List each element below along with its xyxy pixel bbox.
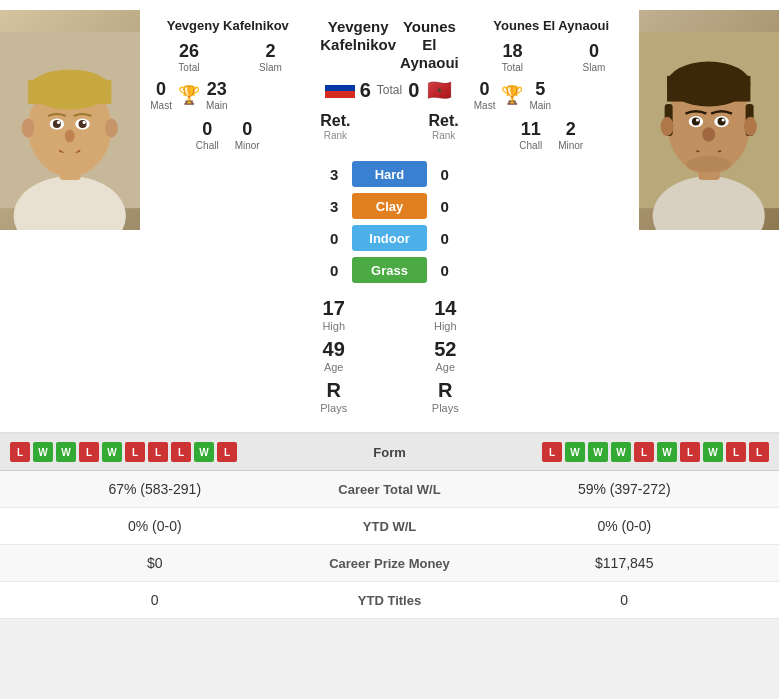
- svg-point-29: [717, 118, 725, 126]
- indoor-left-val: 0: [320, 230, 348, 247]
- right-minor-value: 2: [558, 119, 583, 140]
- right-slam-item: 0 Slam: [559, 41, 629, 73]
- right-chall-value: 11: [519, 119, 542, 140]
- right-slam-label: Slam: [559, 62, 629, 73]
- right-player-stats-grid: 18 Total 0 Slam 0 Mast 🏆 5 Main: [474, 41, 629, 151]
- right-high-stat: 14 High: [434, 297, 457, 332]
- right-mast-label: Mast: [474, 100, 496, 111]
- form-badge-w: W: [703, 442, 723, 462]
- svg-point-31: [721, 118, 724, 121]
- right-age-stat: 52 Age: [434, 338, 456, 373]
- indoor-badge: Indoor: [352, 225, 426, 251]
- right-slam-value: 0: [559, 41, 629, 62]
- form-badge-w: W: [33, 442, 53, 462]
- career-wl-label: Career Total W/L: [290, 482, 490, 497]
- left-mast-item: 0 Mast: [150, 79, 172, 111]
- right-flag-wrapper: 🇲🇦: [419, 78, 458, 102]
- svg-point-30: [696, 118, 699, 121]
- svg-point-6: [22, 118, 35, 137]
- ytd-wl-label: YTD W/L: [290, 519, 490, 534]
- prize-label: Career Prize Money: [290, 556, 490, 571]
- right-chall-label: Chall: [519, 140, 542, 151]
- right-rank-label: Rank: [432, 130, 455, 141]
- right-ytd-titles: 0: [490, 592, 760, 608]
- form-section: LWWLWLLLWL Form LWWWLWLWLL: [0, 434, 779, 471]
- svg-point-14: [65, 130, 75, 143]
- main-container: Yevgeny Kafelnikov 26 Total 2 Slam 0 Mas…: [0, 0, 779, 619]
- left-chall-item: 0 Chall: [196, 119, 219, 151]
- grass-badge: Grass: [352, 257, 426, 283]
- trophy-icon-right: 🏆: [501, 84, 523, 106]
- center-left-name: Yevgeny Kafelnikov: [320, 18, 396, 54]
- career-wl-row: 67% (583-291) Career Total W/L 59% (397-…: [0, 471, 779, 508]
- clay-row: 3 Clay 0: [320, 193, 458, 219]
- clay-right-val: 0: [431, 198, 459, 215]
- right-ret-value: Ret.: [429, 112, 459, 130]
- right-age-value: 52: [434, 338, 456, 361]
- left-mast-value: 0: [150, 79, 172, 100]
- left-slam-item: 2 Slam: [236, 41, 306, 73]
- svg-point-25: [744, 117, 757, 136]
- hard-right-val: 0: [431, 166, 459, 183]
- left-player-photo: [0, 10, 140, 230]
- left-total-value: 26: [150, 41, 227, 62]
- right-player-info: Younes El Aynaoui 18 Total 0 Slam 0 Mast…: [464, 10, 639, 422]
- left-ytd-titles: 0: [20, 592, 290, 608]
- left-player-stats-grid: 26 Total 2 Slam 0 Mast 🏆 23 Main: [150, 41, 305, 151]
- center-names-row: Yevgeny Kafelnikov Younes El Aynaoui: [320, 18, 458, 76]
- right-plays-label: Plays: [432, 402, 459, 414]
- left-plays-stat: R Plays: [320, 379, 347, 414]
- rank-row: Ret. Rank Ret. Rank: [320, 108, 458, 145]
- left-player-name: Yevgeny Kafelnikov: [167, 18, 289, 33]
- left-mast-label: Mast: [150, 100, 172, 111]
- left-slam-label: Slam: [236, 62, 306, 73]
- grass-right-val: 0: [431, 262, 459, 279]
- left-main-value: 23: [206, 79, 228, 100]
- left-ytd-wl: 0% (0-0): [20, 518, 290, 534]
- form-badge-w: W: [588, 442, 608, 462]
- form-badge-w: W: [611, 442, 631, 462]
- left-plays-value: R: [320, 379, 347, 402]
- hard-left-val: 3: [320, 166, 348, 183]
- form-badge-w: W: [565, 442, 585, 462]
- morocco-flag: 🇲🇦: [427, 78, 452, 102]
- total-right-val: 0: [408, 79, 419, 102]
- right-main-label: Main: [529, 100, 551, 111]
- right-mid-stats: 14 High 52 Age R Plays: [432, 297, 459, 414]
- left-minor-item: 0 Minor: [235, 119, 260, 151]
- right-main-item: 5 Main: [529, 79, 551, 111]
- clay-badge: Clay: [352, 193, 426, 219]
- left-chall-label: Chall: [196, 140, 219, 151]
- form-badge-l: L: [148, 442, 168, 462]
- right-mast-item: 0 Mast: [474, 79, 496, 111]
- right-plays-value: R: [432, 379, 459, 402]
- form-badge-l: L: [726, 442, 746, 462]
- right-rank: Ret. Rank: [429, 112, 459, 141]
- form-badge-l: L: [542, 442, 562, 462]
- ytd-wl-row: 0% (0-0) YTD W/L 0% (0-0): [0, 508, 779, 545]
- right-bottom-stats: 11 Chall 2 Minor: [474, 119, 629, 151]
- left-rank: Ret. Rank: [320, 112, 350, 141]
- left-age-value: 49: [323, 338, 345, 361]
- right-prize: $117,845: [490, 555, 760, 571]
- right-player-name: Younes El Aynaoui: [493, 18, 609, 33]
- russia-flag: [325, 78, 355, 98]
- svg-point-32: [702, 127, 715, 141]
- flag-white-band: [325, 78, 355, 85]
- left-main-label: Main: [206, 100, 228, 111]
- right-player-photo: [639, 10, 779, 230]
- right-career-wl: 59% (397-272): [490, 481, 760, 497]
- form-badge-l: L: [217, 442, 237, 462]
- form-badge-l: L: [125, 442, 145, 462]
- form-badge-l: L: [634, 442, 654, 462]
- center-right-name: Younes El Aynaoui: [400, 18, 459, 72]
- middle-h2h-panel: Yevgeny Kafelnikov Younes El Aynaoui 6 T…: [315, 10, 463, 422]
- form-badge-l: L: [10, 442, 30, 462]
- left-form-badges: LWWLWLLLWL: [10, 442, 237, 462]
- right-minor-label: Minor: [558, 140, 583, 151]
- indoor-right-val: 0: [431, 230, 459, 247]
- form-badge-l: L: [79, 442, 99, 462]
- form-badge-l: L: [749, 442, 769, 462]
- flags-row: 6 Total 0 🇲🇦: [320, 78, 458, 102]
- right-high-value: 14: [434, 297, 457, 320]
